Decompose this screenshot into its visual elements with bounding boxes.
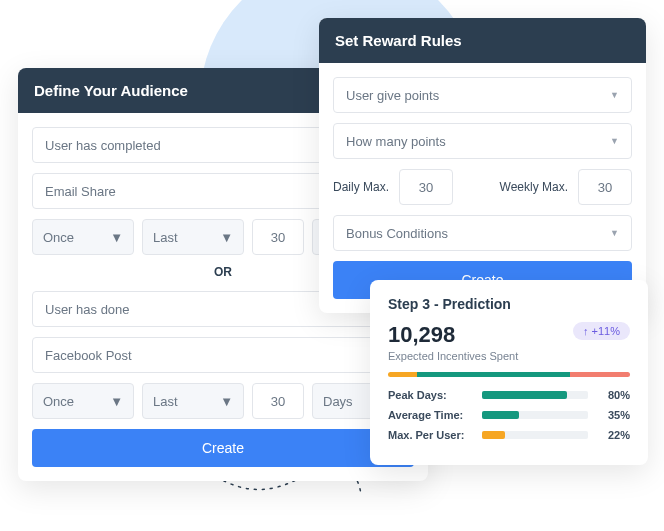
- metric-bar: [482, 391, 588, 399]
- prediction-card: Step 3 - Prediction 10,298 ↑ +11% Expect…: [370, 280, 648, 465]
- reward-amount-dropdown[interactable]: How many points ▼: [333, 123, 632, 159]
- metric-label: Average Time:: [388, 409, 474, 421]
- metric-peak-days: Peak Days: 80%: [388, 389, 630, 401]
- distribution-bar: [388, 372, 630, 377]
- dropdown-label: Email Share: [45, 184, 116, 199]
- metric-value: 35%: [596, 409, 630, 421]
- dropdown-label: Facebook Post: [45, 348, 132, 363]
- dropdown-label: User has done: [45, 302, 130, 317]
- dropdown-label: Days: [323, 394, 353, 409]
- weekly-max-input[interactable]: 30: [578, 169, 632, 205]
- weekly-max-label: Weekly Max.: [500, 180, 568, 194]
- input-value: 30: [271, 394, 285, 409]
- frequency-dropdown-2[interactable]: Once ▼: [32, 383, 134, 419]
- metric-fill: [482, 431, 505, 439]
- bonus-conditions-dropdown[interactable]: Bonus Conditions ▼: [333, 215, 632, 251]
- prediction-title: Step 3 - Prediction: [388, 296, 630, 312]
- metric-bar: [482, 431, 588, 439]
- caret-down-icon: ▼: [610, 136, 619, 146]
- input-value: 30: [419, 180, 433, 195]
- count-input-2[interactable]: 30: [252, 383, 304, 419]
- metric-value: 80%: [596, 389, 630, 401]
- caret-down-icon: ▼: [220, 230, 233, 245]
- metric-average-time: Average Time: 35%: [388, 409, 630, 421]
- reward-action-dropdown[interactable]: User give points ▼: [333, 77, 632, 113]
- create-audience-button[interactable]: Create: [32, 429, 414, 467]
- input-value: 30: [271, 230, 285, 245]
- dropdown-label: Once: [43, 394, 74, 409]
- metric-value: 22%: [596, 429, 630, 441]
- caret-down-icon: ▼: [110, 230, 123, 245]
- prediction-value: 10,298: [388, 322, 455, 348]
- period-dropdown[interactable]: Last ▼: [142, 219, 244, 255]
- reward-card: Set Reward Rules User give points ▼ How …: [319, 18, 646, 313]
- social-type-dropdown[interactable]: Facebook Post ▼: [32, 337, 414, 373]
- change-badge: ↑ +11%: [573, 322, 630, 340]
- metric-bar: [482, 411, 588, 419]
- daily-max-label: Daily Max.: [333, 180, 389, 194]
- metric-fill: [482, 391, 567, 399]
- metric-label: Peak Days:: [388, 389, 474, 401]
- caret-down-icon: ▼: [610, 228, 619, 238]
- dropdown-label: Once: [43, 230, 74, 245]
- frequency-dropdown[interactable]: Once ▼: [32, 219, 134, 255]
- prediction-subtitle: Expected Incentives Spent: [388, 350, 630, 362]
- metric-label: Max. Per User:: [388, 429, 474, 441]
- daily-max-input[interactable]: 30: [399, 169, 453, 205]
- metric-fill: [482, 411, 519, 419]
- dropdown-label: How many points: [346, 134, 446, 149]
- dropdown-label: Bonus Conditions: [346, 226, 448, 241]
- dropdown-label: Last: [153, 230, 178, 245]
- reward-title: Set Reward Rules: [319, 18, 646, 63]
- caret-down-icon: ▼: [220, 394, 233, 409]
- dropdown-label: User has completed: [45, 138, 161, 153]
- period-dropdown-2[interactable]: Last ▼: [142, 383, 244, 419]
- caret-down-icon: ▼: [610, 90, 619, 100]
- metric-max-per-user: Max. Per User: 22%: [388, 429, 630, 441]
- dropdown-label: User give points: [346, 88, 439, 103]
- dropdown-label: Last: [153, 394, 178, 409]
- input-value: 30: [598, 180, 612, 195]
- caret-down-icon: ▼: [110, 394, 123, 409]
- count-input[interactable]: 30: [252, 219, 304, 255]
